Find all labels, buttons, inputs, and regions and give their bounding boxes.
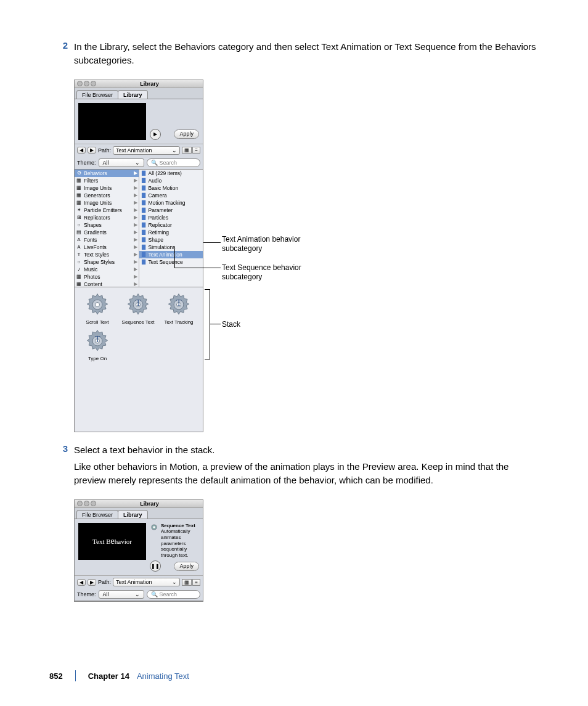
subcategory-item[interactable]: ▇Simulations [139, 244, 203, 251]
zoom-icon[interactable] [91, 81, 96, 86]
tab-library[interactable]: Library [118, 90, 148, 99]
category-item[interactable]: ⊞Replicators▶ [75, 214, 139, 221]
category-item[interactable]: ALiveFonts▶ [75, 244, 139, 251]
category-item[interactable]: ▦Image Units▶ [75, 184, 139, 192]
category-icon: ○ [76, 222, 82, 228]
subcategory-item[interactable]: ▇Text Sequence [139, 258, 203, 266]
nav-forward-button[interactable]: ▶ [88, 147, 96, 154]
category-item[interactable]: ▦Filters▶ [75, 177, 139, 184]
category-item[interactable]: ▦Content▶ [75, 281, 139, 287]
nav-back-button[interactable]: ◀ [77, 579, 86, 586]
folder-icon: ▇ [141, 229, 147, 236]
folder-icon: ▇ [141, 200, 147, 206]
preview-thumbnail [78, 103, 146, 140]
apply-button[interactable]: Apply [174, 562, 199, 571]
step-number: 2 [49, 40, 74, 71]
page-footer: 852 Chapter 14 Animating Text [49, 670, 539, 681]
nav-forward-button[interactable]: ▶ [88, 579, 96, 586]
subcategory-item[interactable]: ▇Shape [139, 236, 203, 244]
subcategory-item[interactable]: ▇Retiming [139, 229, 203, 236]
subcategory-item[interactable]: ▇Basic Motion [139, 184, 203, 192]
view-grid-button[interactable]: ▦ [182, 147, 192, 154]
close-icon[interactable] [77, 501, 83, 506]
path-selector[interactable]: Text Animation⌄ [113, 578, 180, 586]
step-2: 2 In the Library, select the Behaviors c… [49, 40, 539, 71]
tab-file-browser[interactable]: File Browser [76, 90, 118, 99]
minimize-icon[interactable] [84, 501, 89, 506]
figure-library-panel: Library File Browser Library ▶ Apply ◀ ▶ [74, 80, 539, 431]
subcategory-column[interactable]: ▇All (229 items)▇Audio▇Basic Motion▇Came… [139, 170, 203, 287]
category-item[interactable]: ○Shape Styles▶ [75, 258, 139, 266]
gear-icon: T [125, 291, 152, 318]
subcategory-item[interactable]: ▇Particles [139, 214, 203, 221]
category-item[interactable]: ▤Gradients▶ [75, 229, 139, 236]
search-icon: 🔍 [151, 160, 158, 166]
subcategory-item[interactable]: ▇Text Animation [139, 251, 203, 258]
path-selector[interactable]: Text Animation⌄ [113, 146, 180, 155]
minimize-icon[interactable] [84, 81, 89, 86]
category-icon: ⊞ [76, 215, 82, 221]
category-item[interactable]: ○Shapes▶ [75, 221, 139, 229]
subcategory-item[interactable]: ▇Replicator [139, 221, 203, 229]
subcategory-item[interactable]: ▇All (229 items) [139, 170, 203, 177]
close-icon[interactable] [77, 81, 83, 86]
category-column[interactable]: ⚙Behaviors▶▦Filters▶▦Image Units▶▦Genera… [75, 170, 139, 287]
zoom-icon[interactable] [91, 501, 96, 506]
category-item[interactable]: ⚙Behaviors▶ [75, 170, 139, 177]
category-item[interactable]: ▦Photos▶ [75, 273, 139, 281]
view-list-button[interactable]: ≡ [192, 579, 200, 586]
folder-icon: ▇ [141, 185, 147, 191]
library-panel: Library File Browser Library ▶ Apply ◀ ▶ [74, 80, 203, 432]
stack-area[interactable]: Scroll Text TSequence Text TText Trackin… [75, 287, 203, 432]
search-input[interactable]: 🔍 Search [147, 590, 200, 599]
stack-item[interactable]: TSequence Text [119, 291, 157, 325]
folder-icon: ▇ [141, 170, 147, 176]
gear-icon [150, 523, 158, 559]
preview-area: ▶ Apply [75, 99, 203, 144]
subcategory-item[interactable]: ▇Motion Tracking [139, 199, 203, 207]
subcategory-item[interactable]: ▇Parameter [139, 207, 203, 214]
traffic-lights [77, 501, 96, 506]
view-grid-button[interactable]: ▦ [182, 579, 192, 586]
apply-button[interactable]: Apply [174, 129, 199, 139]
library-panel: Library File Browser Library Text Behavi… [74, 499, 203, 602]
category-item[interactable]: AFonts▶ [75, 236, 139, 244]
tab-library[interactable]: Library [118, 510, 148, 519]
window-titlebar: Library [75, 500, 203, 508]
category-item[interactable]: TText Styles▶ [75, 251, 139, 258]
step-3: 3 Select a text behavior in the stack. L… [49, 443, 539, 491]
category-item[interactable]: ✴Particle Emitters▶ [75, 207, 139, 214]
category-item[interactable]: ▦Image Units▶ [75, 199, 139, 207]
tab-file-browser[interactable]: File Browser [76, 510, 118, 519]
svg-point-9 [153, 526, 155, 528]
annotation-text-animation: Text Animation behavior subcategory [222, 235, 321, 254]
search-input[interactable]: 🔍 Search [147, 158, 200, 167]
pause-button[interactable]: ❚❚ [150, 560, 161, 572]
chapter-title: Animating Text [137, 671, 189, 681]
gear-icon [84, 291, 111, 318]
theme-toolbar: Theme: All⌄ 🔍 Search [75, 588, 203, 601]
footer-divider [75, 670, 76, 681]
theme-selector[interactable]: All⌄ [99, 158, 144, 167]
stack-item[interactable]: TType On [78, 327, 116, 361]
stack-item[interactable]: TText Tracking [160, 291, 198, 325]
view-list-button[interactable]: ≡ [192, 147, 200, 154]
play-button[interactable]: ▶ [150, 129, 161, 140]
category-columns: ⚙Behaviors▶▦Filters▶▦Image Units▶▦Genera… [75, 170, 203, 287]
window-title: Library [99, 501, 200, 507]
category-icon: A [76, 237, 82, 243]
stack-item[interactable]: Scroll Text [78, 291, 116, 325]
subcategory-item[interactable]: ▇Audio [139, 177, 203, 184]
folder-icon: ▇ [141, 237, 147, 243]
folder-icon: ▇ [141, 192, 147, 199]
category-item[interactable]: ▦Generators▶ [75, 192, 139, 199]
window-title: Library [99, 81, 200, 87]
nav-back-button[interactable]: ◀ [77, 147, 86, 154]
category-icon: ▦ [76, 178, 82, 184]
theme-selector[interactable]: All⌄ [99, 590, 144, 599]
path-toolbar: ◀ ▶ Path: Text Animation⌄ ▦ ≡ [75, 575, 203, 588]
category-icon: A [76, 244, 82, 250]
gear-icon: T [165, 291, 192, 318]
category-item[interactable]: ♪Music▶ [75, 266, 139, 273]
subcategory-item[interactable]: ▇Camera [139, 192, 203, 199]
